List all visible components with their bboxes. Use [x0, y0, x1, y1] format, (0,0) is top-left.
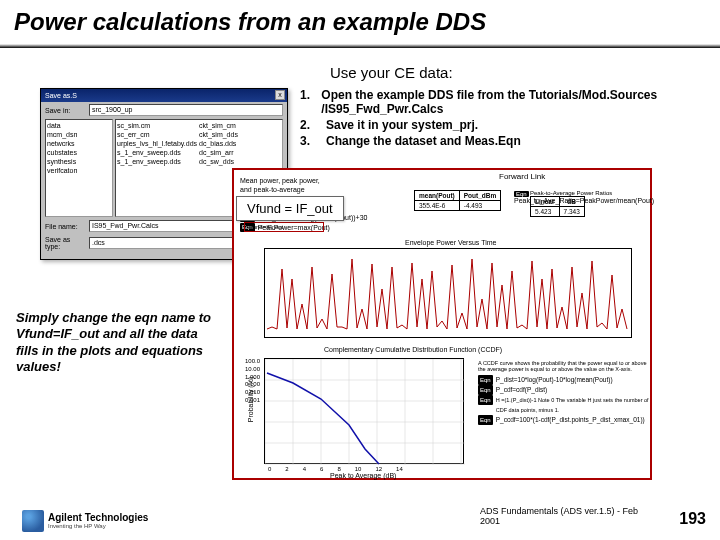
footer: Agilent Technologies Inventing the HP Wa… [0, 500, 720, 540]
filename-label: File name: [45, 223, 85, 230]
steps-list: 1.Open the example DDS file from the Tut… [300, 88, 700, 150]
agilent-logo: Agilent Technologies Inventing the HP Wa… [22, 510, 148, 532]
step-2: 2.Save it in your system_prj. [300, 118, 700, 132]
save-in-label: Save in: [45, 107, 85, 114]
plot2-xlabel: Peak to Average (dB) [330, 472, 396, 479]
vfund-equation-highlight: Vfund=IF_out [244, 222, 324, 232]
close-icon[interactable]: x [275, 90, 285, 100]
slide-title: Power calculations from an example DDS [14, 8, 486, 36]
folder-tree[interactable]: data mcm_dsn netwcrks cubstates synthesi… [45, 119, 113, 217]
filename-input[interactable]: IS95_Fwd_Pwr.Calcs [89, 220, 249, 232]
peak-ratio-table: Peak-to-Average Power Ratios LineardB 5.… [530, 190, 612, 217]
step-3: 3.Change the dataset and Meas.Eqn [300, 134, 700, 148]
spark-icon [22, 510, 44, 532]
ce-data-prompt: Use your CE data: [330, 64, 453, 81]
step-1: 1.Open the example DDS file from the Tut… [300, 88, 700, 116]
page-number: 193 [679, 510, 706, 528]
side-note: Simply change the eqn name to Vfund=IF_o… [16, 310, 216, 375]
ccdf-title: Complementary Cumulative Distribution Fu… [324, 346, 502, 353]
save-in-dropdown[interactable]: src_1900_up [89, 104, 283, 116]
footer-note: ADS Fundamentals (ADS ver.1.5) - Feb 200… [480, 506, 660, 526]
filetype-label: Save as type: [45, 236, 85, 250]
plot1-title: Envelope Power Versus Time [405, 239, 496, 246]
pout-table: mean(Pout)Pout_dBm 355.4E-6-4.493 [414, 190, 501, 211]
dialog-titlebar: Save as.S x [41, 89, 287, 102]
ccdf-equations: A CCDF curve shows the probability that … [478, 360, 650, 425]
forward-link-label: Forward Link [499, 172, 545, 181]
envelope-power-plot: Envelope Power Versus Time [264, 248, 632, 338]
ccdf-plot [264, 358, 464, 464]
slide: Power calculations from an example DDS U… [0, 0, 720, 540]
filetype-dropdown[interactable]: .dcs [89, 237, 249, 249]
plot2-ylabel: Probability (%) [247, 377, 254, 423]
vfund-callout: Vfund = IF_out [236, 196, 344, 221]
title-rule [0, 44, 720, 48]
